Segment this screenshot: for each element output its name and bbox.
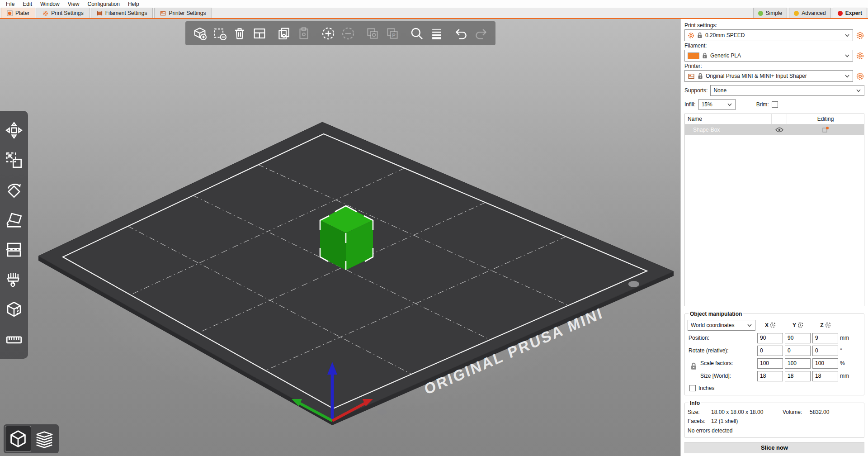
axis-x-header: X bbox=[757, 322, 783, 328]
position-label: Position: bbox=[688, 335, 755, 341]
coordinates-select[interactable]: World coordinates bbox=[688, 320, 755, 331]
supports-value: None bbox=[713, 87, 853, 94]
menu-configuration[interactable]: Configuration bbox=[84, 0, 124, 8]
mode-advanced-button[interactable]: Advanced bbox=[789, 8, 830, 18]
bed-screw-hole bbox=[377, 409, 387, 415]
supports-label: Supports: bbox=[684, 87, 708, 94]
simple-mode-dot-icon bbox=[758, 11, 763, 16]
split-to-parts-icon[interactable]: P bbox=[382, 24, 402, 43]
variable-layer-height-icon[interactable] bbox=[427, 24, 447, 43]
scale-y-input[interactable] bbox=[785, 358, 811, 369]
edit-printer-gear-icon[interactable] bbox=[855, 71, 864, 81]
tab-plater[interactable]: Plater bbox=[1, 8, 35, 18]
split-to-objects-icon[interactable] bbox=[363, 24, 382, 43]
preview-sliced-layers-icon[interactable] bbox=[31, 426, 57, 452]
seam-painting-icon[interactable] bbox=[3, 294, 25, 324]
place-on-face-icon[interactable] bbox=[3, 205, 25, 235]
infill-select[interactable]: 15% bbox=[698, 99, 736, 110]
rotate-x-input[interactable] bbox=[757, 346, 783, 356]
edit-object-icon[interactable] bbox=[787, 124, 864, 135]
menu-window[interactable]: Window bbox=[36, 0, 64, 8]
bed-screw-hole bbox=[628, 281, 639, 287]
info-volume-value: 5832.00 bbox=[810, 409, 861, 415]
menu-edit[interactable]: Edit bbox=[19, 0, 36, 8]
info-title: Info bbox=[689, 400, 701, 406]
printer-icon bbox=[688, 73, 695, 80]
info-size-value: 18.00 x 18.00 x 18.00 bbox=[711, 409, 783, 415]
rotate-z-input[interactable] bbox=[812, 346, 838, 356]
paint-supports-icon[interactable] bbox=[3, 265, 25, 294]
position-x-input[interactable] bbox=[757, 333, 783, 343]
printer-value: Original Prusa MINI & MINI+ Input Shaper bbox=[706, 73, 842, 79]
menu-bar: File Edit Window View Configuration Help bbox=[0, 0, 868, 8]
print-settings-label: Print settings: bbox=[684, 22, 864, 28]
add-object-icon[interactable] bbox=[190, 24, 210, 43]
brim-checkbox[interactable] bbox=[772, 101, 778, 108]
chevron-down-icon bbox=[727, 102, 732, 107]
slice-now-button[interactable]: Slice now bbox=[684, 442, 864, 453]
axis-marker-icon bbox=[770, 323, 775, 328]
left-toolbar bbox=[0, 111, 28, 359]
cut-icon[interactable] bbox=[3, 235, 25, 265]
filament-value: Generic PLA bbox=[710, 52, 842, 59]
remove-object-icon[interactable] bbox=[210, 24, 230, 43]
tab-filament-settings-label: Filament Settings bbox=[105, 10, 147, 16]
position-z-input[interactable] bbox=[812, 333, 838, 343]
filament-combo[interactable]: Generic PLA bbox=[684, 50, 853, 62]
tab-printer-settings[interactable]: Printer Settings bbox=[154, 8, 212, 18]
position-y-input[interactable] bbox=[785, 333, 811, 343]
tab-filament-settings[interactable]: Filament Settings bbox=[91, 8, 153, 18]
tab-print-settings-label: Print Settings bbox=[51, 10, 83, 16]
mode-simple-button[interactable]: Simple bbox=[753, 8, 788, 18]
3d-viewport[interactable]: ORIGINAL PRUSA MINI bbox=[0, 19, 680, 456]
filament-color-swatch bbox=[688, 52, 699, 59]
size-z-input[interactable] bbox=[812, 371, 838, 381]
chevron-down-icon bbox=[844, 33, 850, 38]
print-settings-value: 0.20mm SPEED bbox=[705, 32, 842, 38]
redo-icon[interactable] bbox=[471, 24, 491, 43]
infill-value: 15% bbox=[702, 101, 724, 108]
rotate-icon[interactable] bbox=[3, 175, 25, 205]
printer-combo[interactable]: Original Prusa MINI & MINI+ Input Shaper bbox=[684, 70, 853, 82]
3d-editor-view-icon[interactable] bbox=[5, 426, 31, 452]
rotate-y-input[interactable] bbox=[785, 346, 811, 356]
menu-help[interactable]: Help bbox=[124, 0, 143, 8]
scale-unit: % bbox=[840, 360, 854, 366]
mode-expert-button[interactable]: Expert bbox=[833, 8, 867, 18]
arrange-icon[interactable] bbox=[250, 24, 269, 43]
eye-icon[interactable] bbox=[772, 124, 787, 135]
undo-icon[interactable] bbox=[451, 24, 471, 43]
lock-icon bbox=[702, 52, 708, 59]
paste-icon[interactable] bbox=[294, 24, 314, 43]
search-icon[interactable] bbox=[407, 24, 427, 43]
delete-all-icon[interactable] bbox=[230, 24, 250, 43]
axis-y-header: Y bbox=[785, 322, 811, 328]
inches-checkbox[interactable] bbox=[689, 385, 696, 391]
svg-text:P: P bbox=[392, 32, 396, 38]
scale-x-input[interactable] bbox=[757, 358, 783, 369]
position-unit: mm bbox=[840, 335, 854, 341]
uniform-scale-lock-icon[interactable] bbox=[690, 362, 697, 371]
size-y-input[interactable] bbox=[785, 371, 811, 381]
edit-print-settings-gear-icon[interactable] bbox=[855, 31, 864, 40]
scale-z-input[interactable] bbox=[812, 358, 838, 369]
object-row-shape-box[interactable]: Shape-Box bbox=[685, 124, 864, 135]
advanced-mode-dot-icon bbox=[794, 11, 799, 16]
view-mode-switcher bbox=[4, 424, 59, 453]
edit-filament-gear-icon[interactable] bbox=[855, 51, 864, 60]
object-list: Name Editing Shape-Box bbox=[684, 114, 864, 306]
scale-icon[interactable] bbox=[3, 145, 25, 175]
menu-view[interactable]: View bbox=[64, 0, 84, 8]
chevron-down-icon bbox=[856, 88, 861, 93]
supports-select[interactable]: None bbox=[710, 85, 864, 96]
copy-icon[interactable] bbox=[274, 24, 294, 43]
size-x-input[interactable] bbox=[757, 371, 783, 381]
tab-print-settings[interactable]: Print Settings bbox=[37, 8, 89, 18]
print-settings-combo[interactable]: 0.20mm SPEED bbox=[684, 29, 853, 41]
menu-file[interactable]: File bbox=[2, 0, 19, 8]
remove-instance-icon[interactable] bbox=[338, 24, 358, 43]
measure-icon[interactable] bbox=[3, 324, 25, 354]
add-instance-icon[interactable] bbox=[318, 24, 338, 43]
printer-label: Printer: bbox=[684, 63, 864, 69]
move-icon[interactable] bbox=[3, 115, 25, 145]
